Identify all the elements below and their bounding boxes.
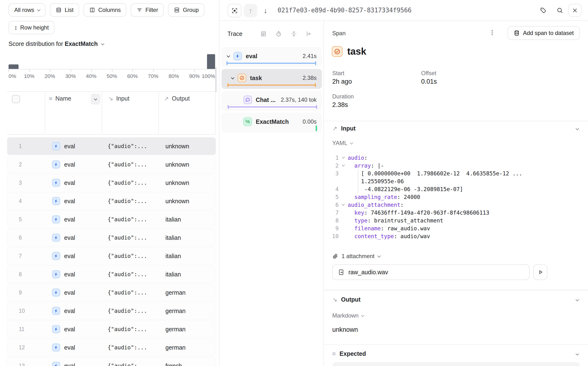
fold-chevron-icon[interactable]: [339, 193, 348, 201]
input-collapse-chevron[interactable]: [576, 127, 579, 131]
table-row[interactable]: 6 eval {"audio":... italian: [7, 229, 216, 246]
histogram-bar[interactable]: [207, 54, 215, 69]
table-row[interactable]: 2 eval {"audio":... unknown: [7, 156, 216, 173]
table-row[interactable]: 7 eval {"audio":... italian: [7, 247, 216, 265]
expected-collapse-chevron[interactable]: [576, 352, 579, 356]
filter-button[interactable]: Filter: [131, 3, 164, 17]
stopwatch-icon[interactable]: [275, 31, 282, 37]
columns-icon: [89, 7, 95, 13]
trace-span-row[interactable]: Chat ... 2.37s, 140 tok: [221, 91, 322, 111]
name-column-menu-button[interactable]: [91, 94, 100, 105]
table-row[interactable]: 13 eval {"audio":... french: [7, 357, 216, 366]
fold-chevron-icon[interactable]: [339, 232, 348, 240]
select-all-checkbox[interactable]: [12, 95, 20, 103]
row-number: 8: [7, 271, 45, 278]
group-button[interactable]: Group: [168, 3, 204, 17]
close-button[interactable]: [568, 4, 581, 17]
fold-chevron-icon[interactable]: [339, 170, 348, 177]
axis-tick: [112, 69, 112, 72]
chevron-down-icon[interactable]: [231, 76, 234, 79]
table-row[interactable]: 8 eval {"audio":... italian: [7, 266, 216, 283]
table-row[interactable]: 9 eval {"audio":... german: [7, 284, 216, 301]
output-collapse-chevron[interactable]: [576, 298, 579, 302]
attachments-toggle[interactable]: 1 attachment: [332, 253, 380, 259]
fold-chevron-icon[interactable]: [339, 185, 348, 193]
row-height-button[interactable]: Row height: [8, 21, 54, 34]
fold-chevron-icon[interactable]: [339, 201, 348, 209]
table-row[interactable]: 11 eval {"audio":... german: [7, 320, 216, 338]
columns-button[interactable]: Columns: [84, 3, 126, 17]
name-column-header[interactable]: Name: [49, 95, 71, 102]
row-output: french: [159, 362, 182, 366]
span-duration: 0.00s: [303, 118, 322, 125]
output-section-header[interactable]: Output: [332, 296, 360, 303]
expected-section-header[interactable]: Expected: [332, 350, 366, 357]
chevron-down-icon[interactable]: [227, 54, 230, 58]
search-icon[interactable]: [556, 7, 563, 14]
table-row[interactable]: 4 eval {"audio":... unknown: [7, 192, 216, 210]
trace-span-row[interactable]: eval 2.41s: [221, 47, 322, 67]
output-format-dropdown[interactable]: Markdown: [332, 312, 364, 319]
output-column-header[interactable]: Output: [164, 95, 190, 102]
row-name-cell: eval: [45, 234, 102, 242]
input-format-dropdown[interactable]: YAML: [332, 140, 353, 146]
histogram-bar[interactable]: [8, 64, 19, 69]
resize-handle-icon[interactable]: [489, 29, 495, 36]
histogram-plot-area[interactable]: [8, 49, 215, 69]
name-header-label: Name: [55, 95, 71, 102]
axis-tick-label: 70%: [148, 73, 158, 79]
previous-row-button[interactable]: [244, 4, 257, 17]
chevron-down-icon: [377, 254, 381, 258]
notes-icon[interactable]: [260, 31, 267, 37]
duration-label: Duration: [332, 93, 354, 100]
input-column-header[interactable]: Input: [108, 95, 130, 102]
list-button[interactable]: List: [50, 3, 79, 17]
column-divider[interactable]: [215, 93, 216, 133]
trace-span-row[interactable]: % ExactMatch 0.00s: [221, 113, 322, 133]
all-rows-dropdown[interactable]: All rows: [8, 3, 46, 17]
tag-icon[interactable]: [540, 7, 547, 14]
table-row[interactable]: 10 eval {"audio":... german: [7, 302, 216, 320]
yaml-code-block[interactable]: 1 audio: 2 array: |- 3 [ 0.0000000e+00 1…: [329, 154, 583, 240]
span-name: task: [347, 46, 366, 57]
section-divider: [324, 344, 588, 345]
row-input: {"audio":...: [102, 216, 159, 222]
code-line: 5 sampling_rate: 24000: [329, 193, 583, 201]
attachment-item[interactable]: raw_audio.wav: [332, 264, 529, 280]
fold-chevron-icon[interactable]: [339, 162, 348, 170]
code-line: 10 content_type: audio/wav: [329, 232, 583, 240]
trace-span-row[interactable]: task 2.38s: [221, 69, 322, 89]
collapse-panel-icon[interactable]: [306, 31, 312, 37]
column-divider[interactable]: [159, 93, 159, 133]
table-row[interactable]: 1 eval {"audio":... unknown: [7, 137, 216, 155]
input-section-header[interactable]: Input: [332, 125, 356, 132]
fold-chevron-icon[interactable]: [339, 225, 348, 232]
fold-chevron-icon[interactable]: [339, 209, 348, 217]
table-row[interactable]: 12 eval {"audio":... german: [7, 339, 216, 356]
add-span-to-dataset-button[interactable]: Add span to dataset: [507, 26, 580, 40]
span-label: eval: [246, 53, 257, 60]
table-row[interactable]: 3 eval {"audio":... unknown: [7, 174, 216, 191]
fold-chevron-icon[interactable]: [339, 177, 348, 185]
output-value: unknown: [332, 326, 358, 333]
table-row[interactable]: 5 eval {"audio":... italian: [7, 211, 216, 228]
fold-chevron-icon[interactable]: [339, 217, 348, 225]
menu-icon: [332, 350, 336, 357]
axis-tick: [8, 69, 9, 72]
collapse-all-icon[interactable]: [291, 31, 297, 37]
next-row-button[interactable]: [260, 4, 271, 17]
fold-chevron-icon[interactable]: [339, 154, 348, 162]
line-number: 2: [329, 162, 339, 170]
span-duration: 2.38s: [303, 75, 322, 81]
row-name: eval: [64, 234, 75, 241]
vertical-scrollbar[interactable]: [215, 67, 216, 92]
column-divider[interactable]: [45, 93, 45, 133]
axis-tick-label: 40%: [86, 73, 97, 79]
group-icon: [174, 7, 180, 13]
play-attachment-button[interactable]: [533, 264, 547, 280]
score-distribution-header[interactable]: Score distribution for ExactMatch: [8, 40, 104, 47]
expand-fullscreen-button[interactable]: [228, 4, 242, 17]
output-section-label: Output: [341, 296, 360, 303]
column-divider[interactable]: [102, 93, 102, 133]
row-name: eval: [64, 143, 75, 150]
